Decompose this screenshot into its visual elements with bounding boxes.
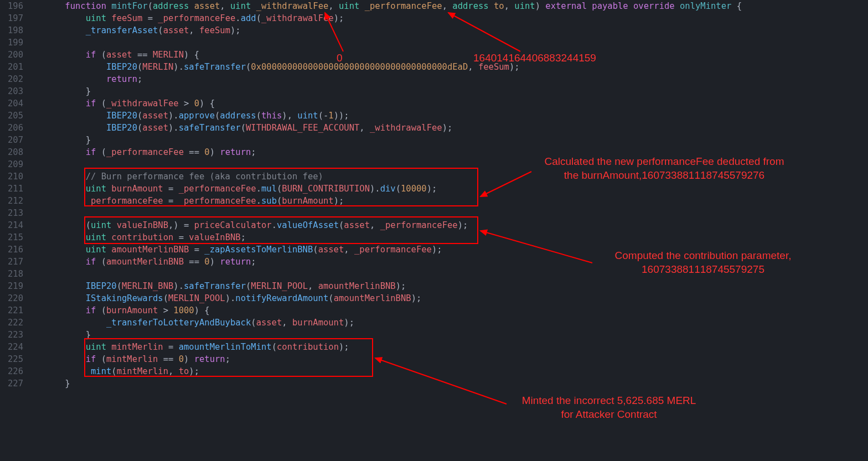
line-number: 227 bbox=[0, 377, 33, 390]
line-number: 196 bbox=[0, 0, 33, 12]
code-editor: 196 197 198 199 200 201 202 203 204 205 … bbox=[0, 0, 868, 390]
line-number: 203 bbox=[0, 85, 33, 97]
annotation-box3: Minted the incorrect 5,625.685 MERL for … bbox=[498, 394, 720, 421]
line-number: 199 bbox=[0, 37, 33, 49]
line-number: 201 bbox=[0, 61, 33, 73]
code-body[interactable]: function mintFor(address asset, uint _wi… bbox=[44, 0, 868, 390]
line-number: 215 bbox=[0, 231, 33, 244]
line-number: 219 bbox=[0, 280, 33, 292]
line-number: 207 bbox=[0, 134, 33, 146]
line-number: 202 bbox=[0, 73, 33, 85]
line-number: 204 bbox=[0, 97, 33, 110]
line-number: 197 bbox=[0, 12, 33, 24]
line-number: 206 bbox=[0, 122, 33, 134]
line-number: 208 bbox=[0, 146, 33, 158]
line-number: 224 bbox=[0, 341, 33, 353]
line-number: 213 bbox=[0, 207, 33, 219]
line-number: 216 bbox=[0, 244, 33, 256]
line-number: 209 bbox=[0, 158, 33, 170]
line-number: 222 bbox=[0, 317, 33, 329]
line-number-gutter: 196 197 198 199 200 201 202 203 204 205 … bbox=[0, 0, 33, 390]
line-number: 205 bbox=[0, 110, 33, 122]
line-number: 217 bbox=[0, 256, 33, 268]
line-number: 226 bbox=[0, 365, 33, 377]
line-number: 200 bbox=[0, 49, 33, 61]
line-number: 220 bbox=[0, 292, 33, 304]
line-number: 218 bbox=[0, 268, 33, 280]
line-number: 198 bbox=[0, 24, 33, 37]
line-number: 223 bbox=[0, 329, 33, 341]
line-number: 210 bbox=[0, 170, 33, 183]
line-number: 221 bbox=[0, 304, 33, 317]
line-number: 211 bbox=[0, 183, 33, 195]
line-number: 212 bbox=[0, 195, 33, 207]
line-number: 214 bbox=[0, 219, 33, 231]
line-number: 225 bbox=[0, 353, 33, 365]
